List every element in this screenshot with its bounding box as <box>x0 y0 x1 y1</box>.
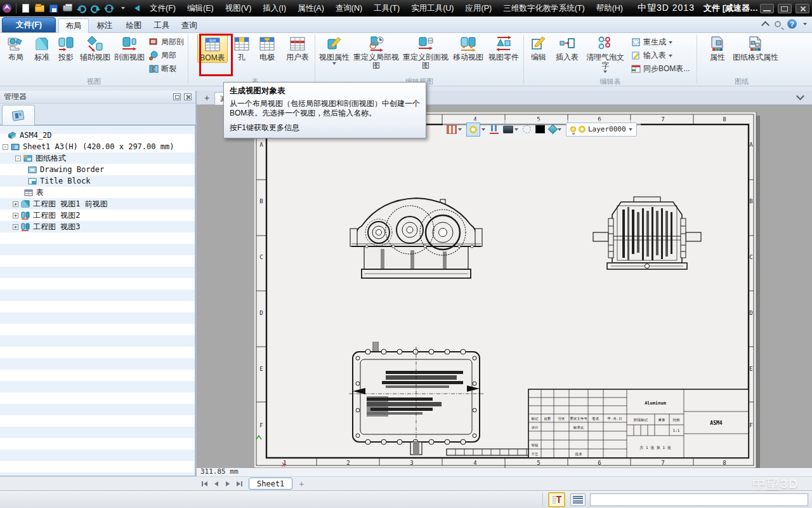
top-view-drawing[interactable] <box>349 342 483 455</box>
hole-table-button[interactable]: 孔 <box>232 34 252 62</box>
drawing-sheet[interactable]: ABCDEF ABCDEF 12345678 12345678 X <box>254 112 760 468</box>
menu-attributes[interactable]: 属性(A) <box>292 0 330 17</box>
layer-visibility-bulb-icon[interactable] <box>570 126 576 132</box>
menu-tools[interactable]: 工具(T) <box>368 0 405 17</box>
regenerate-button[interactable]: 重生成 <box>631 36 695 48</box>
tree-item-table[interactable]: 表 <box>0 187 195 198</box>
tree-expander[interactable]: + <box>13 201 18 207</box>
menu-inquire[interactable]: 查询(N) <box>330 0 368 17</box>
color-swatch-control[interactable] <box>535 125 545 133</box>
manager-restore-icon[interactable] <box>173 93 181 100</box>
prev-sheet-button[interactable] <box>212 479 221 488</box>
layer-caret-icon[interactable] <box>629 128 632 131</box>
tree-expander[interactable]: - <box>15 156 21 161</box>
help-caret-icon[interactable] <box>803 23 807 25</box>
hatch-style-control[interactable] <box>447 125 462 134</box>
layout-button[interactable]: 布局 <box>2 34 30 62</box>
import-table-button[interactable]: 输入表 <box>631 50 695 62</box>
output-list-button[interactable] <box>570 493 586 506</box>
broken-section-button[interactable]: 局部剖 <box>149 36 186 48</box>
tree-item-title-block[interactable]: Title Block <box>0 175 195 187</box>
shading-control[interactable] <box>549 126 561 133</box>
menu-view[interactable]: 视图(V) <box>219 0 258 17</box>
tab-inquire[interactable]: 查询 <box>176 18 202 33</box>
view-parts-button[interactable]: 视图零件 <box>486 34 521 62</box>
menu-insert[interactable]: 插入(I) <box>257 0 292 17</box>
close-button[interactable] <box>796 4 809 13</box>
highlight-style-control[interactable] <box>466 123 485 137</box>
first-sheet-button[interactable] <box>200 479 209 488</box>
menu-file[interactable]: 文件(F) <box>144 0 181 17</box>
tab-layout[interactable]: 布局 <box>58 18 89 33</box>
tree-item-drawing-border[interactable]: Drawing Border <box>0 164 195 175</box>
filter-toggle-button[interactable]: Sheet1 <box>548 492 565 507</box>
menu-edit[interactable]: 编辑(E) <box>181 0 219 17</box>
manager-close-icon[interactable] <box>184 93 192 100</box>
projection-button[interactable]: 投影 <box>54 34 78 62</box>
clean-balloon-caret-icon[interactable] <box>603 70 607 73</box>
view-attributes-caret-icon[interactable] <box>332 62 336 65</box>
tree-item-view1[interactable]: + 工程图 视图1 前视图 <box>0 198 195 210</box>
redefine-section-view-button[interactable]: 重定义剖面视图 <box>401 34 450 70</box>
undo-icon[interactable] <box>75 3 87 14</box>
new-file-icon[interactable] <box>20 3 31 14</box>
collapse-toolbar-icon[interactable] <box>796 92 804 100</box>
tree-expander[interactable]: - <box>3 144 8 150</box>
add-document-tab-button[interactable]: + <box>204 93 209 103</box>
save-icon[interactable] <box>48 3 59 14</box>
edit-button[interactable]: 编辑 <box>526 34 551 62</box>
tree-item-sheet1[interactable]: - Sheet1 A3(H) (420.00 x 297.00 mm) <box>0 141 195 152</box>
search-icon[interactable] <box>775 21 781 27</box>
back-icon[interactable] <box>131 3 143 14</box>
insert-table-button[interactable]: 插入表 <box>551 34 583 62</box>
clip-plane-control[interactable] <box>490 125 499 134</box>
sync-bom-button[interactable]: 同步BOM表... <box>631 63 695 75</box>
tree-expander[interactable]: + <box>13 224 18 230</box>
auxiliary-view-button[interactable]: 辅助视图 <box>78 34 112 62</box>
restore-button[interactable] <box>778 4 792 13</box>
tab-drawing[interactable]: 绘图 <box>121 18 147 33</box>
redefine-detail-view-button[interactable]: 重定义局部视图 <box>351 34 401 70</box>
next-sheet-button[interactable] <box>223 479 232 488</box>
wireframe-control[interactable] <box>523 125 531 133</box>
sheet-tab[interactable]: Sheet1 <box>249 478 292 490</box>
layer-selector[interactable]: Layer0000 <box>566 123 637 137</box>
sheet-format-attributes-button[interactable]: 图纸格式属性 <box>731 34 780 62</box>
attributes-button[interactable]: 属性 <box>704 34 731 62</box>
tree-expander[interactable]: + <box>13 213 18 218</box>
manager-tree-tab[interactable] <box>2 105 35 125</box>
tree-item-sheet-format[interactable]: - 图纸格式 <box>0 152 195 164</box>
help-icon[interactable]: ? <box>787 19 797 29</box>
broken-view-button[interactable]: 断裂 <box>149 63 186 75</box>
detail-view-button[interactable]: 局部 <box>149 50 186 62</box>
add-sheet-button[interactable]: + <box>299 479 304 489</box>
command-input[interactable] <box>590 493 808 506</box>
tree-item-view2[interactable]: + 工程图 视图2 <box>0 210 195 221</box>
electrode-table-button[interactable]: 电极 <box>254 34 280 62</box>
tree-item-view3[interactable]: + 工程图 视图3 <box>0 221 195 232</box>
clean-balloon-text-button[interactable]: 清理气泡文字 <box>583 34 627 73</box>
refresh-icon[interactable] <box>103 3 115 14</box>
standard-view-button[interactable]: 标准 <box>30 34 54 62</box>
quick-access-caret-icon[interactable] <box>117 3 129 14</box>
menu-help[interactable]: 帮助(H) <box>591 0 629 17</box>
view-attributes-button[interactable]: 视图属性 <box>317 34 351 65</box>
drawing-canvas[interactable]: ABCDEF ABCDEF 12345678 12345678 X <box>197 105 812 468</box>
menu-education-system[interactable]: 三维数字化教学系统(T) <box>497 0 590 17</box>
menu-utilities[interactable]: 实用工具(U) <box>405 0 459 17</box>
minimize-button[interactable] <box>760 4 774 13</box>
redo-icon[interactable] <box>89 3 101 14</box>
regenerate-caret-icon[interactable] <box>669 41 672 44</box>
tab-annotation[interactable]: 标注 <box>91 18 119 33</box>
last-sheet-button[interactable] <box>235 479 244 488</box>
open-file-icon[interactable] <box>34 3 45 14</box>
tree-item-root[interactable]: ASM4_2D <box>0 130 195 141</box>
import-table-caret-icon[interactable] <box>669 55 672 57</box>
menu-applications[interactable]: 应用(P) <box>459 0 497 17</box>
display-mode-control[interactable] <box>503 126 518 133</box>
tab-tools[interactable]: 工具 <box>149 18 174 33</box>
user-table-button[interactable]: 用户表 <box>282 34 313 62</box>
move-view-button[interactable]: 移动视图 <box>450 34 486 62</box>
collapse-ribbon-icon[interactable] <box>761 21 769 29</box>
section-view-button[interactable]: 剖面视图 <box>112 34 147 62</box>
